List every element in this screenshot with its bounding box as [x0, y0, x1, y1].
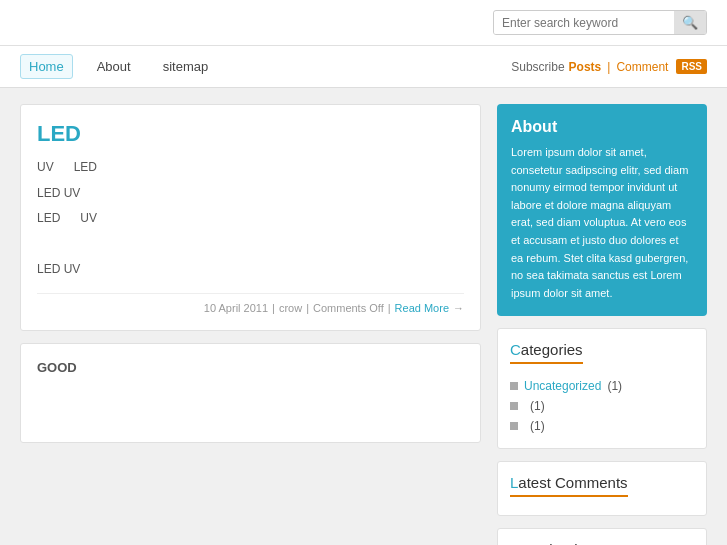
- nav-left: Home About sitemap: [20, 54, 216, 79]
- tag-cloud-title: Tag Cloud: [510, 541, 578, 545]
- post-row-1-col1: UV: [37, 157, 54, 179]
- latest-comments-rest: atest Comments: [518, 474, 627, 491]
- post-author: crow: [279, 302, 302, 314]
- post-row-2: LED UV: [37, 183, 464, 205]
- rss-badge[interactable]: RSS: [676, 59, 707, 74]
- comment-link[interactable]: Comment: [616, 60, 668, 74]
- post-row-5: LED UV: [37, 259, 464, 281]
- post-row-4-empty: [37, 234, 40, 256]
- post-date: 10 April 2011: [204, 302, 268, 314]
- search-wrapper: 🔍: [493, 10, 707, 35]
- tag-cloud-letter: T: [510, 541, 518, 545]
- about-box-text: Lorem ipsum dolor sit amet, consetetur s…: [511, 144, 693, 302]
- post-card-1: LED UV LED LED UV LED UV LED UV: [20, 104, 481, 331]
- post-meta-1: 10 April 2011 | crow | Comments Off | Re…: [37, 293, 464, 314]
- nav-divider: |: [607, 60, 610, 74]
- nav-item-about[interactable]: About: [89, 55, 139, 78]
- category-count-2: (1): [530, 399, 545, 413]
- categories-section: Categories Uncategorized (1) (1) (1): [497, 328, 707, 449]
- top-bar: 🔍: [0, 0, 727, 46]
- post-row-1: UV LED: [37, 157, 464, 179]
- read-more-link[interactable]: Read More: [395, 302, 449, 314]
- post-separator-2: |: [306, 302, 309, 314]
- post-separator-1: |: [272, 302, 275, 314]
- nav-item-home[interactable]: Home: [20, 54, 73, 79]
- nav-bar: Home About sitemap Subscribe Posts | Com…: [0, 46, 727, 88]
- main-content: LED UV LED LED UV LED UV LED UV: [0, 88, 727, 545]
- post-title-1: LED: [37, 121, 464, 147]
- post-body-2: GOOD: [37, 360, 464, 375]
- categories-title: Categories: [510, 341, 583, 364]
- category-count-3: (1): [530, 419, 545, 433]
- post-row-5-col1: LED UV: [37, 259, 80, 281]
- tag-cloud-section: Tag Cloud: [497, 528, 707, 545]
- search-button[interactable]: 🔍: [674, 11, 706, 34]
- post-comments: Comments Off: [313, 302, 384, 314]
- category-uncategorized-link[interactable]: Uncategorized: [524, 379, 601, 393]
- post-row-1-col2: LED: [74, 157, 97, 179]
- category-row-3: (1): [510, 416, 694, 436]
- category-bullet-2: [510, 402, 518, 410]
- post-body-1: UV LED LED UV LED UV LED UV: [37, 157, 464, 281]
- tag-cloud-rest: ag Cloud: [518, 541, 578, 545]
- post-row-3-col1: LED: [37, 208, 60, 230]
- subscribe-label: Subscribe: [511, 60, 564, 74]
- categories-title-rest: ategories: [521, 341, 583, 358]
- categories-title-letter: C: [510, 341, 521, 358]
- left-column: LED UV LED LED UV LED UV LED UV: [20, 104, 481, 545]
- post-row-2-col1: LED UV: [37, 183, 80, 205]
- category-bullet-1: [510, 382, 518, 390]
- latest-comments-title: Latest Comments: [510, 474, 628, 497]
- category-bullet-3: [510, 422, 518, 430]
- category-row-1: Uncategorized (1): [510, 376, 694, 396]
- latest-comments-section: Latest Comments: [497, 461, 707, 516]
- post-row-3: LED UV: [37, 208, 464, 230]
- post-card-2: GOOD: [20, 343, 481, 443]
- category-row-2: (1): [510, 396, 694, 416]
- nav-item-sitemap[interactable]: sitemap: [155, 55, 217, 78]
- posts-link[interactable]: Posts: [569, 60, 602, 74]
- arrow-icon: →: [453, 302, 464, 314]
- post-row-3-col2: UV: [80, 208, 97, 230]
- right-column: About Lorem ipsum dolor sit amet, conset…: [497, 104, 707, 545]
- search-input[interactable]: [494, 12, 674, 34]
- about-box-title: About: [511, 118, 693, 136]
- nav-right: Subscribe Posts | Comment RSS: [511, 59, 707, 74]
- post-separator-3: |: [388, 302, 391, 314]
- category-count-1: (1): [607, 379, 622, 393]
- post-row-4: [37, 234, 464, 256]
- about-box: About Lorem ipsum dolor sit amet, conset…: [497, 104, 707, 316]
